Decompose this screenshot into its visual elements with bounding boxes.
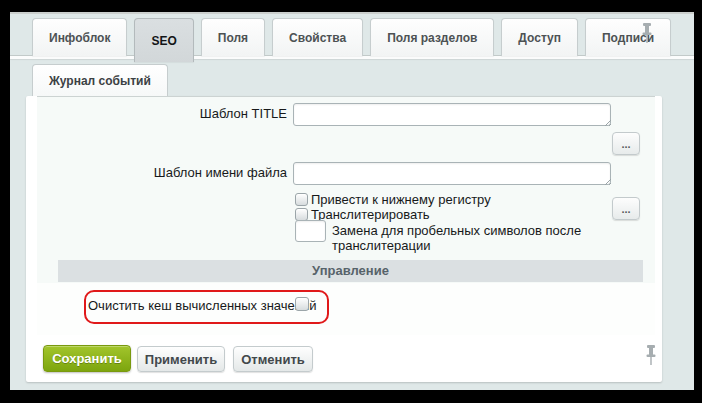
filename-template-label: Шаблон имени файла	[37, 165, 287, 180]
tab-fields[interactable]: Поля	[201, 18, 265, 56]
pushpin-icon[interactable]	[640, 22, 654, 46]
clear-cache-checkbox[interactable]	[295, 297, 309, 311]
form-area: Шаблон TITLE ... Шаблон имени файла ... …	[37, 96, 655, 334]
tab-captions[interactable]: Подписи	[585, 18, 671, 56]
transliterate-label: Транслитерировать	[311, 207, 430, 222]
title-template-label: Шаблон TITLE	[37, 106, 287, 121]
form-card: Шаблон TITLE ... Шаблон имени файла ... …	[26, 96, 662, 382]
tab-access[interactable]: Доступ	[501, 18, 578, 56]
tab-infoblock[interactable]: Инфоблок	[32, 18, 127, 56]
pushpin-icon[interactable]	[644, 344, 658, 368]
filename-template-input[interactable]	[293, 162, 611, 185]
clear-cache-label: Очистить кеш вычисленных значений	[88, 298, 317, 313]
subtab-event-log[interactable]: Журнал событий	[32, 64, 168, 96]
lowercase-label: Привести к нижнему регистру	[311, 192, 491, 207]
apply-button[interactable]: Применить	[137, 346, 225, 372]
admin-page: Инфоблок SEO Поля Свойства Поля разделов…	[10, 12, 694, 390]
title-template-more-button[interactable]: ...	[612, 132, 640, 155]
tab-properties[interactable]: Свойства	[272, 18, 363, 56]
save-button[interactable]: Сохранить	[43, 345, 131, 372]
screenshot-frame: Инфоблок SEO Поля Свойства Поля разделов…	[0, 0, 702, 403]
cancel-button[interactable]: Отменить	[233, 346, 313, 372]
tab-bar: Инфоблок SEO Поля Свойства Поля разделов…	[32, 18, 671, 62]
filename-template-more-button[interactable]: ...	[612, 197, 640, 220]
lowercase-checkbox[interactable]	[295, 193, 308, 206]
tab-seo[interactable]: SEO	[134, 18, 193, 62]
title-template-input[interactable]	[293, 103, 611, 126]
space-replacement-input[interactable]	[295, 220, 326, 242]
section-header-management: Управление	[58, 260, 643, 282]
tab-section-fields[interactable]: Поля разделов	[370, 18, 494, 56]
space-replacement-label: Замена для пробельных символов после тра…	[332, 223, 655, 253]
